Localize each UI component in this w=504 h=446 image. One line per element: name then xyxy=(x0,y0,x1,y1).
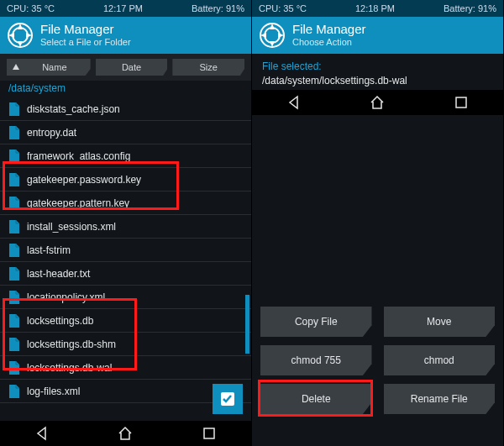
file-name: framework_atlas.config xyxy=(27,150,130,162)
back-icon[interactable] xyxy=(286,95,302,110)
sort-name-button[interactable]: Name xyxy=(7,59,91,76)
nav-bar xyxy=(0,421,251,446)
file-icon xyxy=(8,173,20,186)
delete-label: Delete xyxy=(302,393,331,405)
file-name: locksettings.db-wal xyxy=(27,362,112,374)
file-row[interactable]: entropy.dat xyxy=(0,121,251,144)
header-subtitle: Select a File or Folder xyxy=(40,37,131,48)
scrollbar[interactable] xyxy=(245,295,249,354)
file-icon xyxy=(8,102,20,116)
move-button[interactable]: Move xyxy=(384,307,496,337)
copy-file-button[interactable]: Copy File xyxy=(260,307,372,337)
file-row[interactable]: gatekeeper.password.key xyxy=(0,168,251,192)
sort-row: Name Date Size xyxy=(0,54,251,81)
header-title: File Manager xyxy=(292,22,366,37)
action-grid: Copy File Move chmod 755 chmod Delete Re… xyxy=(252,307,503,421)
twrp-logo-icon xyxy=(7,22,34,49)
file-icon xyxy=(8,385,20,398)
chmod-label: chmod xyxy=(424,354,454,366)
sort-asc-icon xyxy=(12,63,20,71)
sort-size-label: Size xyxy=(199,62,217,72)
sort-name-label: Name xyxy=(42,62,66,72)
file-icon xyxy=(8,291,20,304)
chmod755-button[interactable]: chmod 755 xyxy=(260,345,372,375)
file-name: install_sessions.xml xyxy=(27,221,116,233)
file-name: locksettings.db xyxy=(27,315,93,327)
file-icon xyxy=(8,361,20,375)
file-row[interactable]: locksettings.db xyxy=(0,309,251,333)
file-row[interactable]: locksettings.db-wal xyxy=(0,356,251,380)
file-icon xyxy=(8,267,20,281)
selected-path: /data/system/locksettings.db-wal xyxy=(262,75,493,87)
screen-file-list: CPU: 35 °C 12:17 PM Battery: 91% File Ma… xyxy=(0,0,252,446)
home-icon[interactable] xyxy=(370,95,385,110)
svg-rect-6 xyxy=(456,97,466,108)
svg-rect-3 xyxy=(204,428,214,438)
home-icon[interactable] xyxy=(118,426,133,441)
rename-button[interactable]: Rename File xyxy=(384,384,496,414)
file-row[interactable]: diskstats_cache.json xyxy=(0,97,251,121)
file-list[interactable]: diskstats_cache.json entropy.dat framewo… xyxy=(0,97,251,421)
recent-icon[interactable] xyxy=(202,426,217,441)
status-battery: Battery: 91% xyxy=(192,3,244,13)
file-row[interactable]: framework_atlas.config xyxy=(0,144,251,168)
status-time: 12:17 PM xyxy=(103,3,143,13)
file-icon xyxy=(8,126,20,139)
current-path[interactable]: /data/system xyxy=(0,81,251,97)
check-icon xyxy=(219,391,236,407)
twrp-logo-icon xyxy=(259,22,286,49)
file-name: locksettings.db-shm xyxy=(27,338,116,350)
header-subtitle: Choose Action xyxy=(292,37,366,48)
sort-date-label: Date xyxy=(122,62,141,72)
move-label: Move xyxy=(427,316,451,328)
file-row[interactable]: gatekeeper.pattern.key xyxy=(0,192,251,215)
file-name: locationpolicy.xml xyxy=(27,291,105,303)
sort-date-button[interactable]: Date xyxy=(96,59,168,76)
svg-point-5 xyxy=(265,28,280,43)
header-title: File Manager xyxy=(40,22,131,37)
nav-bar xyxy=(252,90,503,115)
file-row[interactable]: last-header.txt xyxy=(0,262,251,286)
svg-point-1 xyxy=(13,28,28,43)
sort-size-button[interactable]: Size xyxy=(172,59,244,76)
selected-label: File selected: xyxy=(262,60,493,72)
file-icon xyxy=(8,338,20,351)
status-bar: CPU: 35 °C 12:17 PM Battery: 91% xyxy=(0,0,251,17)
back-icon[interactable] xyxy=(34,426,50,441)
app-header: File Manager Select a File or Folder xyxy=(0,17,251,54)
file-name: last-fstrim xyxy=(27,244,71,256)
file-icon xyxy=(8,197,20,210)
file-name: entropy.dat xyxy=(27,127,76,139)
file-icon xyxy=(8,244,20,257)
file-name: diskstats_cache.json xyxy=(27,103,120,115)
file-row[interactable]: locksettings.db-shm xyxy=(0,333,251,356)
file-row[interactable]: last-fstrim xyxy=(0,239,251,262)
status-cpu: CPU: 35 °C xyxy=(259,3,307,13)
status-time: 12:18 PM xyxy=(355,3,395,13)
file-icon xyxy=(8,314,20,328)
chmod755-label: chmod 755 xyxy=(291,354,341,366)
status-bar: CPU: 35 °C 12:18 PM Battery: 91% xyxy=(252,0,503,17)
status-battery: Battery: 91% xyxy=(444,3,496,13)
file-row[interactable]: install_sessions.xml xyxy=(0,215,251,239)
status-cpu: CPU: 35 °C xyxy=(7,3,55,13)
copy-label: Copy File xyxy=(295,316,338,328)
app-header: File Manager Choose Action xyxy=(252,17,503,54)
file-name: gatekeeper.password.key xyxy=(27,174,141,186)
select-button[interactable] xyxy=(213,384,243,414)
selected-file-info: File selected: /data/system/locksettings… xyxy=(252,54,503,90)
file-icon xyxy=(8,220,20,233)
file-row[interactable]: locationpolicy.xml xyxy=(0,286,251,309)
delete-button[interactable]: Delete xyxy=(260,384,372,414)
file-name: gatekeeper.pattern.key xyxy=(27,197,129,209)
file-icon xyxy=(8,150,20,163)
rename-label: Rename File xyxy=(411,393,468,405)
screen-choose-action: CPU: 35 °C 12:18 PM Battery: 91% File Ma… xyxy=(252,0,504,446)
file-name: log-files.xml xyxy=(27,386,80,397)
chmod-button[interactable]: chmod xyxy=(384,345,496,375)
file-name: last-header.txt xyxy=(27,268,90,280)
recent-icon[interactable] xyxy=(454,95,469,110)
